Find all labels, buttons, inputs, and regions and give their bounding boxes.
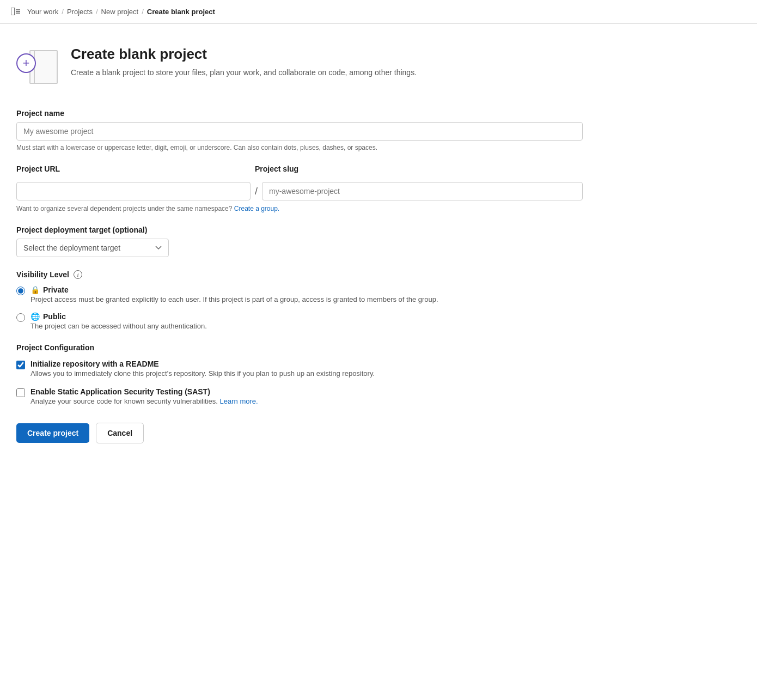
url-slug-separator: / [255, 186, 258, 197]
visibility-public-label: Public [43, 312, 66, 321]
visibility-private-desc: Project access must be granted explicitl… [30, 295, 438, 303]
visibility-public-title: 🌐 Public [30, 312, 207, 321]
project-url-label: Project URL [16, 165, 251, 173]
lock-icon: 🔒 [30, 285, 40, 294]
project-url-input[interactable]: https://gitlab.com/fiveop-test/ [16, 182, 251, 200]
page-description: Create a blank project to store your fil… [71, 67, 417, 78]
deployment-target-group: Project deployment target (optional) Sel… [16, 226, 583, 257]
create-project-form: Project name Must start with a lowercase… [16, 109, 583, 443]
svg-rect-0 [11, 8, 15, 15]
sast-desc: Analyze your source code for known secur… [30, 397, 258, 405]
breadcrumb-sep-1: / [62, 8, 64, 16]
visibility-public-desc: The project can be accessed without any … [30, 322, 207, 330]
sast-checkbox[interactable] [16, 388, 25, 397]
visibility-help-icon[interactable]: i [74, 270, 82, 279]
visibility-private-radio[interactable] [16, 287, 25, 295]
visibility-public-option: 🌐 Public The project can be accessed wit… [16, 312, 583, 330]
plus-circle-icon: + [16, 53, 36, 73]
readme-desc: Allows you to immediately clone this pro… [30, 369, 375, 378]
create-group-link[interactable]: Create a group. [234, 205, 279, 212]
project-config-label: Project Configuration [16, 343, 583, 352]
form-actions: Create project Cancel [16, 423, 583, 443]
visibility-private-label: Private [43, 285, 69, 294]
breadcrumb-projects[interactable]: Projects [67, 8, 93, 16]
sidebar-toggle-icon[interactable] [11, 7, 21, 16]
visibility-public-radio[interactable] [16, 313, 25, 322]
sast-learn-more-link[interactable]: Learn more. [220, 397, 258, 405]
url-slug-labels: Project URL Project slug [16, 165, 583, 178]
project-slug-input[interactable] [262, 182, 583, 200]
visibility-label-row: Visibility Level i [16, 270, 583, 279]
project-name-input[interactable] [16, 122, 583, 141]
project-name-group: Project name Must start with a lowercase… [16, 109, 583, 151]
globe-icon: 🌐 [30, 312, 40, 321]
page-header-icon: + [16, 46, 60, 89]
breadcrumb-sep-2: / [96, 8, 98, 16]
visibility-private-option: 🔒 Private Project access must be granted… [16, 285, 583, 303]
sast-option: Enable Static Application Security Testi… [16, 387, 583, 405]
breadcrumb-bar: Your work / Projects / New project / Cre… [0, 0, 757, 23]
visibility-section: Visibility Level i 🔒 Private Project acc… [16, 270, 583, 330]
namespace-hint-text: Want to organize several dependent proje… [16, 205, 232, 212]
namespace-hint: Want to organize several dependent proje… [16, 205, 583, 212]
project-name-hint: Must start with a lowercase or uppercase… [16, 144, 583, 151]
create-project-button[interactable]: Create project [16, 423, 89, 443]
breadcrumb-your-work[interactable]: Your work [27, 8, 58, 16]
sast-desc-text: Analyze your source code for known secur… [30, 397, 218, 405]
page-title: Create blank project [71, 46, 417, 63]
url-slug-row: https://gitlab.com/fiveop-test/ / [16, 182, 583, 200]
cancel-button[interactable]: Cancel [96, 423, 144, 443]
visibility-private-title: 🔒 Private [30, 285, 438, 294]
project-config-section: Project Configuration Initialize reposit… [16, 343, 583, 405]
page-header-text: Create blank project Create a blank proj… [71, 46, 417, 78]
project-name-label: Project name [16, 109, 583, 118]
breadcrumb-current: Create blank project [147, 8, 215, 16]
page-header: + Create blank project Create a blank pr… [16, 46, 583, 89]
breadcrumb-new-project[interactable]: New project [101, 8, 139, 16]
sast-title: Enable Static Application Security Testi… [30, 387, 258, 396]
visibility-section-label: Visibility Level [16, 270, 69, 279]
deployment-target-label: Project deployment target (optional) [16, 226, 583, 234]
deployment-target-select[interactable]: Select the deployment target [16, 239, 169, 257]
readme-option: Initialize repository with a README Allo… [16, 360, 583, 378]
project-url-slug-group: Project URL Project slug https://gitlab.… [16, 165, 583, 212]
project-slug-label: Project slug [255, 165, 583, 173]
readme-checkbox[interactable] [16, 361, 25, 369]
breadcrumb-sep-3: / [142, 8, 144, 16]
readme-title: Initialize repository with a README [30, 360, 375, 368]
